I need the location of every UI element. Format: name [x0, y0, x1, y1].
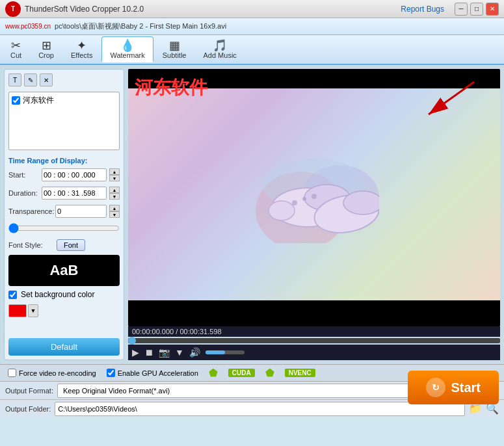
- cut-label: Cut: [10, 51, 21, 59]
- duration-spin-up[interactable]: ▲: [109, 187, 120, 193]
- svg-point-5: [269, 201, 295, 220]
- toolbar: ✂ Cut ⊞ Crop ✦ Effects 💧 Watermark ▦ Sub…: [0, 35, 504, 65]
- toolbar-effects[interactable]: ✦ Effects: [63, 36, 100, 62]
- video-time-bar: 00:00:00.000 / 00:00:31.598: [128, 326, 500, 337]
- path-bar: www.pc0359.cn pc\tools\桌面\新视频\Baby 2 - F…: [0, 18, 504, 35]
- start-button[interactable]: ↻ Start: [408, 371, 499, 404]
- watermark-label: Watermark: [110, 51, 144, 59]
- watermark-text: www.pc0359.cn: [5, 23, 51, 30]
- enable-gpu-checkbox[interactable]: [107, 369, 115, 377]
- duration-input[interactable]: [42, 187, 107, 200]
- output-folder-input[interactable]: [55, 402, 465, 416]
- svg-point-7: [302, 197, 306, 201]
- bg-color-row: Set background color: [8, 290, 120, 299]
- start-spin-down[interactable]: ▼: [109, 175, 120, 181]
- effects-label: Effects: [71, 51, 92, 59]
- watermark-list: 河东软件: [8, 92, 120, 150]
- volume-slider[interactable]: [206, 350, 245, 354]
- trans-spin-up[interactable]: ▲: [109, 205, 120, 211]
- color-dropdown-button[interactable]: ▼: [28, 304, 38, 317]
- svg-point-6: [292, 200, 297, 205]
- close-button[interactable]: ✕: [486, 3, 499, 16]
- subtitle-label: Subtitle: [163, 51, 187, 59]
- snapshot-down-arrow[interactable]: ▼: [175, 347, 184, 358]
- progress-bar[interactable]: [128, 338, 500, 343]
- maximize-button[interactable]: □: [470, 3, 483, 16]
- video-bottom-bar: [128, 300, 500, 326]
- watermark-item-text: 河东软件: [23, 95, 54, 106]
- svg-point-10: [343, 191, 379, 215]
- color-picker-row: ▼: [8, 304, 120, 317]
- toolbar-subtitle[interactable]: ▦ Subtitle: [155, 36, 194, 62]
- stop-button[interactable]: ⏹: [144, 347, 153, 358]
- color-swatch[interactable]: [8, 304, 27, 317]
- time-range-label: Time Range of Display:: [8, 157, 120, 164]
- add-music-label: Add Music: [203, 51, 236, 59]
- main-content: T ✎ ✕ 河东软件 Time Range of Display: Start:…: [0, 65, 504, 364]
- preview-text: AaB: [49, 262, 78, 279]
- force-reencode-label[interactable]: Force video re-encoding: [8, 369, 96, 377]
- transparence-slider[interactable]: [8, 224, 120, 232]
- crop-label: Crop: [38, 51, 54, 59]
- transparence-row: Transparence: ▲ ▼: [8, 205, 120, 218]
- start-icon: ↻: [426, 378, 445, 397]
- left-panel: T ✎ ✕ 河东软件 Time Range of Display: Start:…: [4, 69, 124, 360]
- cut-icon: ✂: [11, 40, 21, 51]
- start-label: Start:: [8, 171, 39, 179]
- output-format-label: Output Format:: [5, 387, 53, 395]
- start-input[interactable]: [42, 168, 107, 181]
- titlebar: T ThunderSoft Video Cropper 10.2.0 Repor…: [0, 0, 504, 18]
- toolbar-crop[interactable]: ⊞ Crop: [31, 36, 62, 62]
- edit-watermark-button[interactable]: ✎: [24, 73, 37, 86]
- duration-label: Duration:: [8, 189, 39, 197]
- right-panel: 河东软件: [128, 69, 500, 360]
- start-row: Start: ▲ ▼: [8, 168, 120, 181]
- start-label: Start: [451, 380, 481, 395]
- transparence-slider-container: [8, 224, 120, 234]
- trans-spin-down[interactable]: ▼: [109, 211, 120, 218]
- watermark-list-item[interactable]: 河东软件: [12, 95, 116, 106]
- start-spin-up[interactable]: ▲: [109, 168, 120, 175]
- toolbar-watermark[interactable]: 💧 Watermark: [101, 36, 153, 62]
- bg-color-checkbox[interactable]: [8, 291, 17, 299]
- enable-gpu-label[interactable]: Enable GPU Acceleration: [107, 369, 198, 377]
- video-text-overlay: 河东软件: [135, 75, 207, 100]
- force-reencode-checkbox[interactable]: [8, 369, 16, 377]
- transparence-spinner: ▲ ▼: [109, 205, 120, 218]
- snapshot-button[interactable]: 📷: [159, 347, 170, 358]
- font-button[interactable]: Font: [57, 239, 85, 251]
- report-bugs-link[interactable]: Report Bugs: [401, 5, 444, 14]
- app-title: ThunderSoft Video Cropper 10.2.0: [25, 5, 401, 14]
- music-icon: 🎵: [213, 40, 227, 51]
- transparence-input[interactable]: [55, 205, 107, 218]
- bg-color-label: Set background color: [21, 290, 94, 299]
- watermark-list-header: T ✎ ✕: [8, 73, 120, 86]
- subtitle-icon: ▦: [169, 40, 180, 51]
- font-style-row: Font Style: Font: [8, 239, 120, 251]
- window-controls: ─ □ ✕: [455, 3, 499, 16]
- default-button[interactable]: Default: [8, 338, 120, 356]
- nvidia-icon: ⬟: [209, 367, 218, 379]
- minimize-button[interactable]: ─: [455, 3, 468, 16]
- start-spinner: ▲ ▼: [109, 168, 120, 181]
- duration-spin-down[interactable]: ▼: [109, 193, 120, 200]
- crop-icon: ⊞: [42, 40, 51, 51]
- duration-spinner: ▲ ▼: [109, 187, 120, 200]
- video-frame-svg: [249, 146, 379, 243]
- duration-row: Duration: ▲ ▼: [8, 187, 120, 200]
- video-thumbnail: [128, 88, 500, 300]
- progress-thumb[interactable]: [128, 337, 136, 345]
- toolbar-add-music[interactable]: 🎵 Add Music: [195, 36, 244, 62]
- watermark-checkbox[interactable]: [12, 96, 20, 105]
- font-preview: AaB: [8, 255, 120, 286]
- font-style-label: Font Style:: [8, 241, 53, 249]
- output-format-select[interactable]: Keep Original Video Format(*.avi): [57, 384, 431, 398]
- play-button[interactable]: ▶: [132, 347, 139, 358]
- transparence-label: Transparence:: [8, 207, 53, 215]
- video-container: 河东软件: [128, 69, 500, 326]
- delete-watermark-button[interactable]: ✕: [40, 73, 53, 86]
- app-logo: T: [5, 1, 21, 17]
- add-watermark-button[interactable]: T: [8, 73, 21, 86]
- toolbar-cut[interactable]: ✂ Cut: [3, 36, 29, 62]
- cuda-badge: CUDA: [228, 369, 255, 377]
